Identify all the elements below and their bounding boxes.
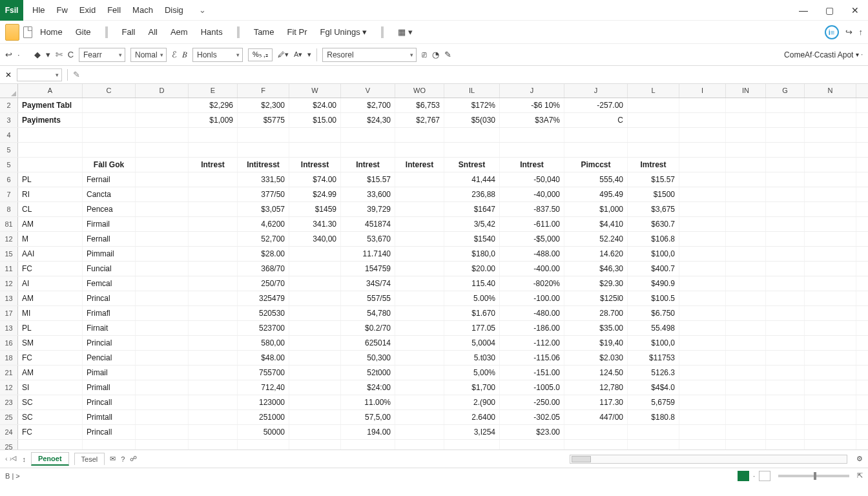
sheet-add-icon[interactable]: ↕	[22, 455, 26, 463]
cell[interactable]	[189, 217, 238, 231]
help-circle-icon[interactable]: i≡	[825, 25, 839, 39]
cell[interactable]: -100.00	[500, 291, 564, 305]
row-header[interactable]: 8	[0, 202, 18, 216]
cell[interactable]	[726, 202, 766, 216]
row-header[interactable]: 5	[0, 143, 18, 157]
cell[interactable]: 5,0004	[444, 336, 500, 350]
cell[interactable]	[679, 380, 726, 395]
cell[interactable]	[136, 425, 189, 439]
cell[interactable]	[726, 187, 766, 202]
cell[interactable]: 557/55	[341, 291, 395, 305]
menu-exid[interactable]: Exid	[79, 5, 96, 15]
cell[interactable]: $100,0	[628, 336, 679, 350]
cell[interactable]: AI	[18, 276, 83, 291]
row-header[interactable]: 21	[0, 366, 18, 380]
cell[interactable]: $23.00	[500, 425, 564, 439]
cell[interactable]	[766, 366, 805, 380]
cell[interactable]	[189, 128, 238, 142]
cell[interactable]	[189, 276, 238, 291]
menu-fell[interactable]: Fell	[107, 5, 121, 15]
cell[interactable]	[189, 232, 238, 246]
row-header[interactable]: 25	[0, 440, 18, 450]
cell[interactable]	[805, 217, 856, 231]
cell[interactable]: -1005.0	[500, 380, 564, 395]
cell[interactable]	[679, 366, 726, 380]
cell[interactable]: 3,I254	[444, 425, 500, 439]
cell[interactable]: 52,700	[238, 232, 289, 246]
cell[interactable]: 39,729	[341, 202, 395, 216]
cell[interactable]: Intrest	[189, 158, 238, 172]
cell[interactable]	[726, 172, 766, 187]
cell[interactable]: 41,444	[444, 172, 500, 187]
cell[interactable]	[18, 143, 83, 157]
cell[interactable]	[766, 336, 805, 350]
sheet-nav[interactable]: ‹ ›ᐊ	[5, 455, 17, 463]
italic-icon[interactable]: ℰ	[172, 50, 177, 59]
cell[interactable]: Fernail	[83, 172, 136, 187]
cell[interactable]: Firmail	[83, 217, 136, 231]
sheet-tab-1[interactable]: Penoet	[31, 452, 69, 466]
cell[interactable]: Princial	[83, 336, 136, 350]
cell[interactable]	[500, 440, 564, 450]
cell[interactable]	[726, 380, 766, 395]
cell[interactable]: 154759	[341, 262, 395, 276]
cell[interactable]: $28.00	[238, 247, 289, 261]
cell[interactable]	[189, 366, 238, 380]
cell[interactable]: 55.498	[628, 321, 679, 335]
cell[interactable]	[805, 336, 856, 350]
cell[interactable]	[726, 440, 766, 450]
cell[interactable]	[726, 217, 766, 231]
cell[interactable]: 555,40	[564, 172, 628, 187]
cell[interactable]	[83, 143, 136, 157]
cell[interactable]: PL	[18, 321, 83, 335]
cell[interactable]	[679, 321, 726, 335]
row-header[interactable]: 11	[0, 262, 18, 276]
cell[interactable]: 5126.3	[628, 366, 679, 380]
cell[interactable]	[341, 440, 395, 450]
tab-fglunings[interactable]: Fgl Unings ▾	[319, 25, 369, 39]
cell[interactable]	[805, 395, 856, 409]
row-header[interactable]: 13	[0, 321, 18, 335]
colhead-V[interactable]: V	[341, 84, 395, 98]
cell[interactable]	[83, 98, 136, 112]
cell[interactable]	[679, 306, 726, 320]
row-header[interactable]: 81	[0, 217, 18, 231]
cell[interactable]	[136, 158, 189, 172]
tab-hants[interactable]: Hants	[200, 25, 224, 39]
cell[interactable]: AAI	[18, 247, 83, 261]
cell[interactable]	[136, 351, 189, 365]
cell[interactable]	[766, 187, 805, 202]
cell[interactable]	[395, 291, 444, 305]
colhead-W[interactable]: W	[289, 84, 341, 98]
cell[interactable]	[289, 440, 341, 450]
cell[interactable]: $5(030	[444, 113, 500, 127]
cell[interactable]	[805, 425, 856, 439]
cell[interactable]	[766, 395, 805, 409]
colhead-J2[interactable]: J	[564, 84, 628, 98]
cell[interactable]: $20.00	[444, 262, 500, 276]
cell[interactable]	[238, 440, 289, 450]
row-header[interactable]: 5	[0, 158, 18, 172]
cell[interactable]	[395, 366, 444, 380]
cell[interactable]	[18, 158, 83, 172]
cell[interactable]: $2,700	[341, 98, 395, 112]
cell[interactable]	[679, 262, 726, 276]
cell[interactable]	[679, 247, 726, 261]
cell[interactable]	[395, 336, 444, 350]
cell[interactable]: Pimccst	[564, 158, 628, 172]
cell[interactable]	[679, 128, 726, 142]
cell[interactable]	[679, 291, 726, 305]
cell[interactable]: Pencea	[83, 202, 136, 216]
tab-gite[interactable]: Gite	[74, 25, 92, 39]
cell[interactable]	[766, 276, 805, 291]
cell[interactable]: 54,780	[341, 306, 395, 320]
cell[interactable]: $490.9	[628, 276, 679, 291]
cell[interactable]: $2,296	[189, 98, 238, 112]
cell[interactable]: 712,40	[238, 380, 289, 395]
cell[interactable]	[500, 143, 564, 157]
cell[interactable]: 4,6200	[238, 217, 289, 231]
cell[interactable]: Frimafl	[83, 306, 136, 320]
cell[interactable]	[628, 440, 679, 450]
cell[interactable]: Funcial	[83, 262, 136, 276]
cell[interactable]	[726, 247, 766, 261]
